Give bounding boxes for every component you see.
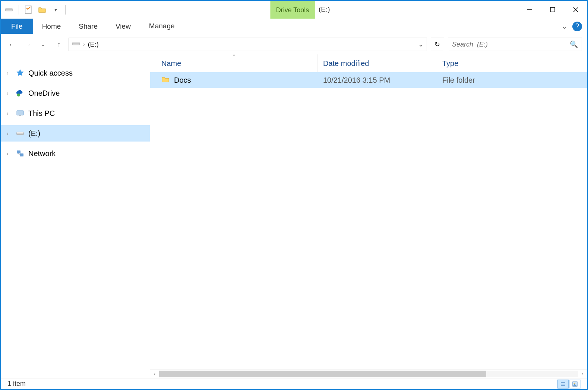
expand-ribbon-icon[interactable]: ⌄ xyxy=(562,22,567,31)
svg-rect-4 xyxy=(550,7,555,12)
navpane-quick-access[interactable]: › Quick access xyxy=(1,65,150,81)
item-date: 10/21/2016 3:15 PM xyxy=(318,76,437,85)
navigation-pane: › Quick access › OneDrive › xyxy=(1,54,150,378)
search-box[interactable]: 🔍 xyxy=(448,38,582,51)
svg-rect-1 xyxy=(6,8,12,9)
qat-customize-icon[interactable]: ▾ xyxy=(50,4,61,15)
back-button[interactable]: ← xyxy=(6,38,18,50)
address-dropdown-icon[interactable]: ⌄ xyxy=(418,40,424,48)
column-date-modified[interactable]: Date modified xyxy=(318,54,437,72)
svg-rect-11 xyxy=(19,115,21,116)
address-bar[interactable]: › (E:) ⌄ xyxy=(69,38,427,51)
column-name[interactable]: ⌃ Name xyxy=(150,54,318,72)
scroll-left-icon[interactable]: ‹ xyxy=(150,370,159,378)
drive-icon xyxy=(72,39,80,50)
details-view-button[interactable] xyxy=(557,380,569,389)
onedrive-icon xyxy=(15,88,25,98)
navpane-this-pc[interactable]: › This PC xyxy=(1,105,150,121)
navpane-label: Network xyxy=(28,149,56,158)
column-label: Type xyxy=(442,59,458,68)
up-button[interactable]: ↑ xyxy=(53,38,65,50)
chevron-right-icon[interactable]: › xyxy=(7,150,12,156)
thumbnails-view-button[interactable] xyxy=(569,380,581,389)
tab-view[interactable]: View xyxy=(107,19,140,34)
scroll-right-icon[interactable]: › xyxy=(578,370,587,378)
breadcrumb-location[interactable]: (E:) xyxy=(88,41,99,48)
svg-point-20 xyxy=(574,383,575,384)
tab-manage[interactable]: Manage xyxy=(140,19,184,34)
navigation-bar: ← → ⌄ ↑ › (E:) ⌄ ↻ 🔍 xyxy=(1,34,587,54)
tab-file[interactable]: File xyxy=(1,19,33,34)
scroll-thumb[interactable] xyxy=(159,371,486,377)
navpane-network[interactable]: › Network xyxy=(1,145,150,162)
navpane-label: This PC xyxy=(28,109,55,118)
chevron-right-icon[interactable]: › xyxy=(7,130,12,136)
help-icon[interactable]: ? xyxy=(572,22,582,31)
item-type: File folder xyxy=(437,76,587,85)
column-label: Name xyxy=(161,59,181,68)
drive-icon xyxy=(15,128,25,139)
computer-icon xyxy=(15,108,25,118)
svg-rect-8 xyxy=(73,42,79,43)
chevron-right-icon[interactable]: › xyxy=(7,110,12,116)
forward-button[interactable]: → xyxy=(22,38,34,50)
folder-icon xyxy=(161,75,170,85)
chevron-right-icon[interactable]: › xyxy=(83,41,85,47)
svg-point-9 xyxy=(17,93,20,96)
properties-icon[interactable] xyxy=(23,4,34,15)
chevron-right-icon[interactable]: › xyxy=(7,70,12,76)
file-rows: Docs 10/21/2016 3:15 PM File folder xyxy=(150,72,587,369)
svg-rect-14 xyxy=(17,150,20,153)
scroll-track[interactable] xyxy=(159,371,578,377)
title-bar: ▾ Drive Tools (E:) xyxy=(1,1,587,19)
contextual-tab-group: Drive Tools xyxy=(271,1,315,19)
navpane-drive-e[interactable]: › (E:) xyxy=(1,125,150,142)
svg-rect-10 xyxy=(17,111,23,115)
tab-share[interactable]: Share xyxy=(70,19,107,34)
search-icon[interactable]: 🔍 xyxy=(570,40,578,48)
drive-tools-label: Drive Tools xyxy=(271,1,315,19)
navpane-label: OneDrive xyxy=(28,89,60,98)
svg-rect-13 xyxy=(17,132,23,133)
titlebar-center: Drive Tools (E:) xyxy=(67,1,518,19)
column-headers: ⌃ Name Date modified Type xyxy=(150,54,587,72)
chevron-right-icon[interactable]: › xyxy=(7,90,12,96)
minimize-button[interactable] xyxy=(518,1,541,19)
content-area: › Quick access › OneDrive › xyxy=(1,54,587,378)
network-icon xyxy=(15,148,25,159)
maximize-button[interactable] xyxy=(541,1,564,19)
search-input[interactable] xyxy=(452,41,570,48)
sort-ascending-icon: ⌃ xyxy=(232,54,236,59)
file-list-pane: ⌃ Name Date modified Type Docs 10/21/201… xyxy=(150,54,587,378)
window-controls xyxy=(518,1,587,19)
refresh-button[interactable]: ↻ xyxy=(431,38,444,51)
navpane-label: (E:) xyxy=(28,129,40,138)
column-label: Date modified xyxy=(323,59,369,68)
star-icon xyxy=(15,68,25,78)
svg-rect-15 xyxy=(20,153,23,156)
status-item-count: 1 item xyxy=(7,380,26,388)
column-type[interactable]: Type xyxy=(437,54,587,72)
status-bar: 1 item xyxy=(1,378,587,389)
new-folder-icon[interactable] xyxy=(37,4,47,15)
tab-home[interactable]: Home xyxy=(33,19,70,34)
table-row[interactable]: Docs 10/21/2016 3:15 PM File folder xyxy=(150,72,587,88)
navpane-onedrive[interactable]: › OneDrive xyxy=(1,85,150,101)
quick-access-toolbar: ▾ xyxy=(1,1,67,19)
window-title: (E:) xyxy=(319,5,330,13)
item-name: Docs xyxy=(174,76,191,85)
ribbon-tabs: File Home Share View Manage ⌄ ? xyxy=(1,19,587,34)
separator xyxy=(19,5,19,15)
separator xyxy=(65,5,66,15)
drive-icon xyxy=(4,4,14,15)
recent-locations-icon[interactable]: ⌄ xyxy=(37,38,49,50)
navpane-label: Quick access xyxy=(28,69,73,77)
horizontal-scrollbar[interactable]: ‹ › xyxy=(150,369,587,378)
close-button[interactable] xyxy=(564,1,587,19)
